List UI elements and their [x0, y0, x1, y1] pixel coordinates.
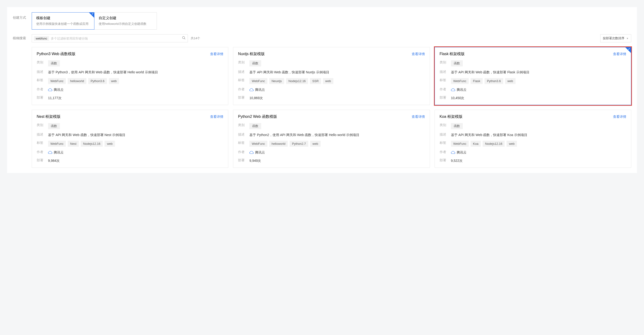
search-row: 模糊搜索 webfunc 共14个 按部署次数排序 ▼ [13, 34, 631, 42]
tag[interactable]: Nodejs12.16 [483, 141, 505, 147]
field-label: 作者 [37, 150, 48, 154]
category-tag: 函数 [249, 60, 261, 66]
deploy-field: 部署10,869次 [238, 96, 425, 100]
cloud-icon [249, 88, 254, 92]
field-label: 作者 [37, 87, 48, 92]
field-label: 作者 [238, 87, 249, 92]
create-mode-row: 创建方式 模板创建使用示例模版快速创建一个函数或应用自定义创建使用hellowo… [13, 12, 631, 30]
tag[interactable]: Python3.6 [88, 78, 107, 84]
description-field: 描述基于 API 网关和 Web 函数，快速部署 Koa 示例项目 [440, 132, 626, 138]
author-name: 腾讯云 [456, 87, 466, 92]
tags-field: 标签WebFuncNeuxtjsNodejs12.16SSRweb [238, 78, 425, 84]
card-head: Koa 框架模版查看详情 [440, 114, 626, 119]
tag[interactable]: WebFunc [249, 141, 267, 147]
category-tag: 函数 [48, 60, 60, 66]
category-field: 类别函数 [37, 123, 223, 129]
grid-wrap: Python3 Web 函数模版查看详情类别函数描述基于 Python3，使用 … [32, 47, 631, 168]
tag[interactable]: web [109, 78, 119, 84]
field-label: 标签 [37, 141, 48, 145]
field-label: 部署 [37, 96, 48, 100]
tag[interactable]: helloworld [68, 78, 86, 84]
author-field: 作者腾讯云 [37, 150, 223, 155]
field-label: 部署 [37, 158, 48, 162]
detail-link[interactable]: 查看详情 [412, 52, 425, 56]
tags-field: 标签WebFunchelloworldPython2.7web [238, 141, 425, 147]
description-field: 描述基于 API 网关和 Web 函数，快速部署 Nuxtjs 示例项目 [238, 70, 425, 75]
svg-line-1 [184, 38, 185, 39]
detail-link[interactable]: 查看详情 [613, 52, 626, 56]
card-title: Python2 Web 函数模版 [238, 114, 277, 119]
card-head: Flask 框架模版查看详情 [440, 52, 626, 56]
template-card[interactable]: Nest 框架模版查看详情类别函数描述基于 API 网关和 Web 函数，快速部… [32, 110, 228, 168]
tag[interactable]: SSR [310, 78, 321, 84]
card-head: Nest 框架模版查看详情 [37, 114, 223, 119]
author-value: 腾讯云 [249, 87, 425, 92]
template-card[interactable]: Python3 Web 函数模版查看详情类别函数描述基于 Python3，使用 … [32, 47, 228, 105]
card-head: Python3 Web 函数模版查看详情 [37, 52, 223, 56]
template-card[interactable]: Flask 框架模版查看详情类别函数描述基于 API 网关和 Web 函数，快速… [434, 47, 631, 105]
template-grid: Python3 Web 函数模版查看详情类别函数描述基于 Python3，使用 … [32, 47, 631, 168]
tag[interactable]: Koa [470, 141, 481, 147]
detail-link[interactable]: 查看详情 [613, 115, 626, 119]
tag[interactable]: helloworld [269, 141, 288, 147]
description-text: 基于 Python2，使用 API 网关和 Web 函数，快速部署 Hello … [249, 132, 425, 138]
field-label: 标签 [37, 78, 48, 82]
author-name: 腾讯云 [255, 87, 265, 92]
tag[interactable]: Python2.7 [290, 141, 308, 147]
tag[interactable]: WebFunc [451, 141, 469, 147]
tag[interactable]: web [104, 141, 115, 147]
tags-field: 标签WebFuncKoaNodejs12.16web [440, 141, 626, 147]
template-card[interactable]: Koa 框架模版查看详情类别函数描述基于 API 网关和 Web 函数，快速部署… [434, 110, 631, 168]
tag[interactable]: Nodejs12.16 [286, 78, 308, 84]
tag[interactable]: web [310, 141, 320, 147]
author-name: 腾讯云 [255, 150, 265, 155]
description-text: 基于 API 网关和 Web 函数，快速部署 Nuxtjs 示例项目 [249, 70, 425, 75]
deploy-field: 部署10,450次 [440, 96, 626, 100]
search-input[interactable] [51, 37, 182, 40]
template-card[interactable]: Python2 Web 函数模版查看详情类别函数描述基于 Python2，使用 … [233, 110, 430, 168]
detail-link[interactable]: 查看详情 [210, 115, 223, 119]
detail-link[interactable]: 查看详情 [210, 52, 223, 56]
tag-list: WebFunchelloworldPython3.6web [48, 78, 223, 84]
field-label: 标签 [440, 141, 451, 145]
field-label: 作者 [238, 150, 249, 154]
tag[interactable]: WebFunc [48, 141, 66, 147]
author-field: 作者腾讯云 [440, 87, 626, 92]
description-text: 基于 API 网关和 Web 函数，快速部署 Flask 示例项目 [451, 70, 626, 75]
author-field: 作者腾讯云 [238, 150, 425, 155]
detail-link[interactable]: 查看详情 [412, 115, 425, 119]
field-label: 部署 [238, 158, 249, 162]
tag[interactable]: web [506, 141, 517, 147]
tag[interactable]: WebFunc [451, 78, 469, 84]
description-field: 描述基于 Python2，使用 API 网关和 Web 函数，快速部署 Hell… [238, 132, 425, 138]
field-label: 类别 [238, 60, 249, 64]
tags-field: 标签WebFuncNestNodejs12.16web [37, 141, 223, 147]
tag[interactable]: WebFunc [48, 78, 66, 84]
cloud-icon [48, 88, 52, 92]
deploy-field: 部署9,949次 [238, 158, 425, 163]
tag[interactable]: WebFunc [249, 78, 267, 84]
template-card[interactable]: Nuxtjs 框架模版查看详情类别函数描述基于 API 网关和 Web 函数，快… [233, 47, 430, 105]
tag[interactable]: Nest [68, 141, 79, 147]
search-box[interactable]: webfunc [32, 34, 188, 42]
cloud-icon [249, 151, 254, 154]
mode-button-1[interactable]: 自定义创建使用helloworld示例自定义创建函数 [94, 12, 157, 30]
mode-button-0[interactable]: 模板创建使用示例模版快速创建一个函数或应用 [32, 12, 94, 30]
field-label: 描述 [440, 70, 451, 74]
search-tag[interactable]: webfunc [34, 36, 49, 41]
sort-select[interactable]: 按部署次数排序 ▼ [600, 34, 631, 42]
field-label: 类别 [37, 123, 48, 127]
tag[interactable]: Flask [470, 78, 483, 84]
tag[interactable]: Python3.6 [484, 78, 503, 84]
tag[interactable]: web [505, 78, 516, 84]
tag-list: WebFunchelloworldPython2.7web [249, 141, 425, 147]
search-icon[interactable] [182, 36, 186, 41]
author-value: 腾讯云 [451, 150, 626, 155]
tag-list: WebFuncFlaskPython3.6web [451, 78, 626, 84]
deploy-count: 9,984次 [48, 158, 223, 163]
chevron-down-icon: ▼ [626, 37, 628, 40]
field-label: 描述 [37, 132, 48, 137]
tag[interactable]: Neuxtjs [269, 78, 284, 84]
tag[interactable]: web [323, 78, 333, 84]
tag[interactable]: Nodejs12.16 [81, 141, 103, 147]
